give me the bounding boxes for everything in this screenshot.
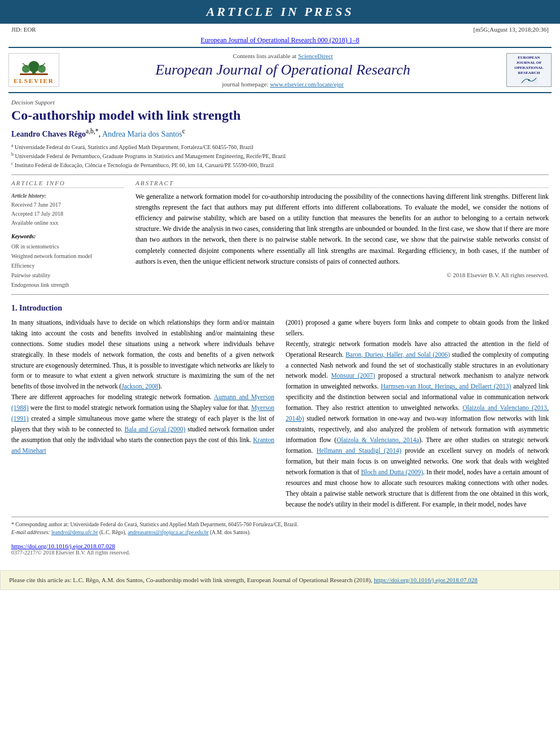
author1-sup: a,b,* — [86, 128, 99, 135]
elsevier-logo: ELSEVIER — [8, 53, 59, 87]
intro-right-para-2: Recently, strategic network formation mo… — [286, 339, 549, 510]
ref-olaizola-valenciano-2[interactable]: Olaizola & Valenciano, 2014a — [336, 436, 419, 443]
journal-title-main: European Journal of Operational Research — [59, 62, 506, 78]
abstract-header: ABSTRACT — [135, 180, 549, 188]
contents-text: Contents lists available at — [233, 53, 296, 59]
svg-point-8 — [528, 80, 530, 81]
ref-label: [m5G;August 13, 2018;20:36] — [473, 26, 549, 33]
sciencedirect-link[interactable]: ScienceDirect — [298, 53, 333, 59]
ref-kranton-minehart[interactable]: Kranton and Minehart — [11, 436, 274, 454]
logo-right-image — [512, 76, 546, 85]
svg-rect-4 — [20, 73, 48, 75]
article-in-press-banner: ARTICLE IN PRESS — [0, 0, 560, 24]
email-link-2[interactable]: andreasantos@ifpojuca.ac.ifpe.edu.br — [128, 530, 208, 535]
jid-label: JID: EOR — [11, 26, 36, 33]
ref-aumann-myerson[interactable]: Aumann and Myerson (1988) — [11, 394, 274, 411]
article-info-col: ARTICLE INFO Article history: Received 7… — [11, 180, 124, 290]
intro-para-1: In many situations, individuals have to … — [11, 317, 274, 392]
article-info-header: ARTICLE INFO — [11, 180, 124, 188]
keyword-3: Efficiency — [11, 261, 124, 270]
author2-sup: c — [182, 128, 185, 135]
affiliation-b: b Universidade Federal de Pernambuco, Gr… — [11, 151, 549, 160]
citation-bar: Please cite this article as: L.C. Rêgo, … — [0, 570, 560, 591]
ref-olaizola-valenciano-1[interactable]: Olaizola and Valenciano (2013, 2014b) — [286, 404, 549, 422]
keywords-title: Keywords: — [11, 233, 124, 239]
ref-monsuur[interactable]: Monsuur (2007) — [331, 372, 375, 379]
email-link-1[interactable]: leandro@dema.ufc.br — [51, 530, 98, 535]
article-history: Article history: Received 7 June 2017 Ac… — [11, 191, 124, 228]
ref-bloch-dutta[interactable]: Bloch and Dutta (2009) — [361, 469, 423, 475]
section-label: Decision Support — [11, 99, 549, 106]
copyright: © 2018 Elsevier B.V. All rights reserved… — [135, 272, 549, 278]
footnote-1: * Corresponding author at: Universidade … — [11, 521, 549, 528]
homepage-link[interactable]: www.elsevier.com/locate/ejor — [270, 81, 344, 88]
journal-title-block: Contents lists available at ScienceDirec… — [59, 53, 506, 88]
footnote-area: * Corresponding author at: Universidade … — [11, 517, 549, 537]
affiliation-c: c Instituto Federal de Educação, Ciência… — [11, 160, 549, 169]
ref-harmsen[interactable]: Harmsen-van Hout, Herings, and Dellaert … — [381, 383, 511, 390]
email-label: E-mail addresses: — [11, 530, 50, 535]
author1-name: Leandro Chaves Rêgo — [11, 130, 86, 138]
info-abstract-cols: ARTICLE INFO Article history: Received 7… — [11, 180, 549, 290]
author2-name[interactable]: Andrea Maria dos Santos — [102, 130, 182, 138]
abstract-text: We generalize a network formation model … — [135, 191, 549, 267]
received-date: Received 7 June 2017 — [11, 200, 124, 209]
keywords-section: Keywords: OR in scientometrics Weighted … — [11, 233, 124, 290]
keyword-2: Weighted network formation model — [11, 251, 124, 261]
intro-section: 1. Introduction In many situations, indi… — [11, 304, 549, 510]
contents-line: Contents lists available at ScienceDirec… — [59, 53, 506, 59]
ref-jackson-2008[interactable]: Jackson, 2008 — [121, 383, 158, 390]
keyword-4: Pairwise stability — [11, 270, 124, 280]
keyword-1: OR in scientometrics — [11, 242, 124, 251]
intro-title: 1. Introduction — [11, 304, 549, 313]
divider-2 — [11, 294, 549, 295]
affiliation-a: a Universidade Federal do Ceará, Statist… — [11, 142, 549, 151]
journal-url[interactable]: European Journal of Operational Research… — [201, 36, 360, 44]
accepted-date: Accepted 17 July 2018 — [11, 209, 124, 219]
elsevier-text-label: ELSEVIER — [14, 77, 54, 84]
divider-1 — [11, 174, 549, 175]
svg-point-1 — [28, 61, 40, 72]
citation-doi-link[interactable]: https://doi.org/10.1016/j.ejor.2018.07.0… — [374, 576, 478, 583]
intro-right-col: (2001) proposed a game where buyers form… — [286, 317, 549, 510]
authors-line: Leandro Chaves Rêgoa,b,*, Andrea Maria d… — [11, 128, 549, 139]
journal-link[interactable]: European Journal of Operational Research… — [0, 35, 560, 47]
journal-header: ELSEVIER Contents lists available at Sci… — [8, 47, 552, 93]
article-title: Co-authorship model with link strength — [11, 108, 549, 123]
elsevier-tree-icon — [17, 56, 51, 76]
affiliations: a Universidade Federal do Ceará, Statist… — [11, 142, 549, 170]
journal-homepage: journal homepage: www.elsevier.com/locat… — [59, 81, 506, 88]
keyword-5: Endogenous link strength — [11, 280, 124, 290]
available-date: Available online xxx — [11, 219, 124, 228]
footnote-2: E-mail addresses: leandro@dema.ufc.br (L… — [11, 528, 549, 536]
header-left: ELSEVIER — [8, 53, 59, 87]
history-label: Article history: — [11, 191, 124, 200]
logo-right-line1: EUROPEAN JOURNAL OF — [509, 55, 549, 65]
abstract-col: ABSTRACT We generalize a network formati… — [135, 180, 549, 290]
bottom-links: https://doi.org/10.1016/j.ejor.2018.07.0… — [11, 543, 549, 549]
ref-baron-et-al[interactable]: Baron, Durieu, Haller, and Solal (2006) — [345, 351, 450, 358]
intro-para-2: There are different approaches for model… — [11, 392, 274, 456]
doi-link[interactable]: https://doi.org/10.1016/j.ejor.2018.07.0… — [11, 543, 115, 549]
intro-two-col: In many situations, individuals have to … — [11, 317, 549, 510]
citation-text: Please cite this article as: L.C. Rêgo, … — [9, 576, 372, 583]
journal-logo-right: EUROPEAN JOURNAL OF OPERATIONAL RESEARCH — [506, 53, 552, 87]
intro-left-col: In many situations, individuals have to … — [11, 317, 274, 510]
ref-myerson-1991[interactable]: Myerson (1991) — [11, 404, 274, 422]
bottom-rights: 0377-2217/© 2018 Elsevier B.V. All right… — [11, 549, 549, 556]
ref-bala-goyal[interactable]: Bala and Goyal (2000) — [125, 426, 186, 433]
main-content: Decision Support Co-authorship model wit… — [0, 93, 560, 561]
top-meta: JID: EOR [m5G;August 13, 2018;20:36] — [0, 24, 560, 35]
intro-right-para-1: (2001) proposed a game where buyers form… — [286, 317, 549, 339]
logo-right-line2: OPERATIONAL RESEARCH — [509, 65, 549, 76]
ref-hellmann-staudigl[interactable]: Hellmann and Staudigl (2014) — [317, 447, 401, 454]
homepage-text: journal homepage: — [222, 81, 268, 88]
